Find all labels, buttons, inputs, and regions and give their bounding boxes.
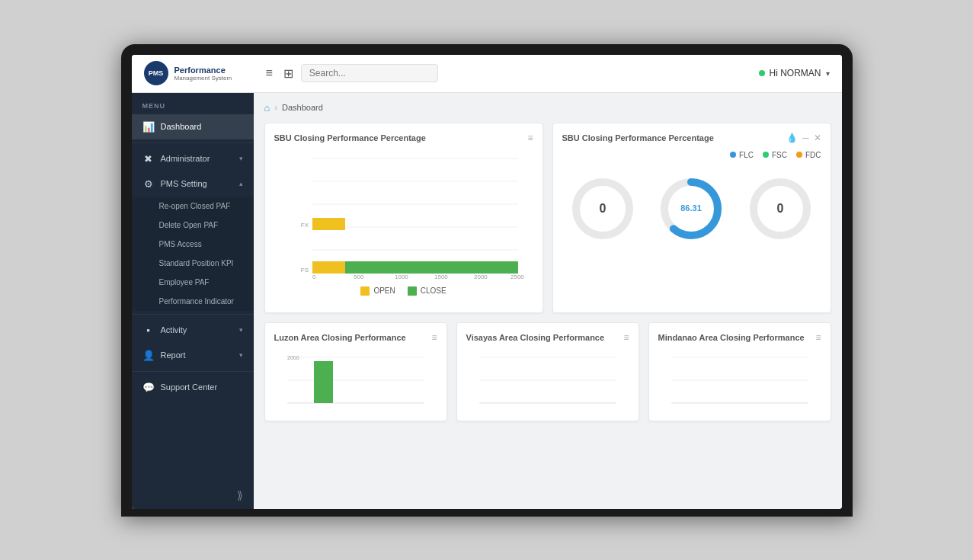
sidebar-item-report[interactable]: 👤 Report ▾ <box>132 343 254 368</box>
bar-chart-title: SBU Closing Performance Percentage <box>274 133 426 142</box>
visayas-svg <box>466 354 629 407</box>
sidebar-label-pms-setting: PMS Setting <box>161 179 233 188</box>
visayas-bar-chart <box>466 350 629 411</box>
screen: PMS Performance Management System ≡ ⊞ Hi… <box>132 55 842 509</box>
sidebar-item-pms-setting[interactable]: ⚙ PMS Setting ▴ <box>132 171 254 197</box>
bar-chart-legend: OPEN CLOSE <box>274 286 533 296</box>
divider-1 <box>132 142 254 143</box>
donuts-row: 0 86.31 <box>562 167 821 251</box>
visayas-chart-title: Visayas Area Closing Performance <box>466 333 605 342</box>
logo-text: Performance Management System <box>174 66 232 82</box>
logo-icon: PMS <box>144 61 168 85</box>
svg-text:1500: 1500 <box>434 274 448 280</box>
bar-fs-close <box>345 261 518 274</box>
sidebar-collapse-button[interactable]: ⟫ <box>132 482 254 509</box>
user-menu-chevron[interactable]: ▾ <box>826 69 830 78</box>
sidebar-menu-label: MENU <box>132 93 254 114</box>
divider-2 <box>132 314 254 315</box>
online-indicator <box>759 70 765 76</box>
luzon-bar-chart: 2000 <box>274 350 437 411</box>
svg-text:1000: 1000 <box>395 274 408 280</box>
bar-chart-menu-icon[interactable]: ≡ <box>527 133 533 143</box>
donut-fdc-svg: 0 <box>746 174 815 243</box>
visayas-menu-icon[interactable]: ≡ <box>623 332 629 343</box>
donut-legend-fsc: FSC <box>763 151 787 159</box>
donut-fdc: 0 <box>746 174 815 243</box>
donut-fsc: 86.31 <box>657 174 725 243</box>
grid-icon[interactable]: ⊞ <box>283 66 293 81</box>
mindanao-chart-header: Mindanao Area Closing Performance ≡ <box>658 332 821 343</box>
flc-label: FLC <box>739 151 754 159</box>
flc-dot <box>730 152 736 158</box>
fdc-label: FDC <box>805 151 821 159</box>
bar-chart-controls: ≡ <box>527 133 533 143</box>
svg-text:2500: 2500 <box>511 274 524 280</box>
search-bar[interactable] <box>301 64 438 82</box>
sidebar-label-report: Report <box>161 350 233 360</box>
hamburger-icon[interactable]: ≡ <box>266 66 273 80</box>
svg-text:FS: FS <box>300 267 308 274</box>
svg-text:2000: 2000 <box>287 355 299 360</box>
sidebar-item-administrator[interactable]: ✖ Administrator ▾ <box>132 146 254 171</box>
svg-text:0: 0 <box>599 202 606 215</box>
bar-fs-open <box>312 261 345 274</box>
legend-close: CLOSE <box>408 286 446 296</box>
user-greeting: Hi NORMAN <box>770 68 821 78</box>
luzon-svg: 2000 <box>274 354 437 407</box>
mindanao-bar-chart <box>658 350 821 411</box>
sidebar-label-activity: Activity <box>161 325 233 334</box>
donut-legend-fdc: FDC <box>796 151 821 159</box>
submenu-reopen-closed-paf[interactable]: Re-open Closed PAF <box>132 197 254 216</box>
donut-chart-header: SBU Closing Performance Percentage 💧 ─ ✕ <box>562 133 821 143</box>
luzon-menu-icon[interactable]: ≡ <box>431 332 437 343</box>
search-input[interactable] <box>309 68 430 78</box>
mindanao-menu-icon[interactable]: ≡ <box>815 332 821 343</box>
visayas-chart-card: Visayas Area Closing Performance ≡ <box>456 322 639 421</box>
home-icon[interactable]: ⌂ <box>264 102 270 114</box>
activity-arrow: ▾ <box>239 326 243 334</box>
sidebar-item-dashboard[interactable]: 📊 Dashboard <box>132 114 254 139</box>
sidebar-label-support-center: Support Center <box>161 382 243 392</box>
submenu-standard-position-kpi[interactable]: Standard Position KPI <box>132 254 254 273</box>
sidebar-label-dashboard: Dashboard <box>161 122 243 131</box>
breadcrumb-separator: › <box>274 103 277 112</box>
submenu-pms-access[interactable]: PMS Access <box>132 235 254 254</box>
submenu-delete-open-paf[interactable]: Delete Open PAF <box>132 216 254 235</box>
donut-chart-controls: 💧 ─ ✕ <box>786 133 821 143</box>
topnav: PMS Performance Management System ≡ ⊞ Hi… <box>132 55 842 93</box>
bar-chart-svg: FS FX 0 50 <box>274 151 533 280</box>
donut-legend-flc: FLC <box>730 151 754 159</box>
laptop-wrapper: PMS Performance Management System ≡ ⊞ Hi… <box>68 21 906 539</box>
sidebar-item-support-center[interactable]: 💬 Support Center <box>132 375 254 400</box>
luzon-chart-header: Luzon Area Closing Performance ≡ <box>274 332 437 343</box>
pms-submenu: Re-open Closed PAF Delete Open PAF PMS A… <box>132 197 254 311</box>
donut-legend: FLC FSC FDC <box>562 151 821 159</box>
sidebar-item-activity[interactable]: ▪ Activity ▾ <box>132 318 254 343</box>
donut-close-icon[interactable]: ✕ <box>814 133 821 143</box>
logo-title: Performance <box>174 66 232 75</box>
svg-text:500: 500 <box>354 274 364 280</box>
donut-chart-card: SBU Closing Performance Percentage 💧 ─ ✕ <box>552 123 831 313</box>
donut-minimize-icon[interactable]: ─ <box>802 133 809 143</box>
bar-chart-header: SBU Closing Performance Percentage ≡ <box>274 133 533 143</box>
pms-setting-icon: ⚙ <box>142 178 155 190</box>
administrator-icon: ✖ <box>142 153 155 165</box>
legend-open-label: OPEN <box>373 286 395 295</box>
activity-icon: ▪ <box>142 325 155 336</box>
collapse-icon: ⟫ <box>237 489 243 501</box>
legend-close-dot <box>408 286 417 296</box>
content-area: ⌂ › Dashboard SBU Closing Performance Pe… <box>254 93 842 509</box>
divider-3 <box>132 371 254 372</box>
pms-setting-arrow: ▴ <box>239 180 243 187</box>
charts-row-top: SBU Closing Performance Percentage ≡ <box>264 123 831 313</box>
donut-fsc-svg: 86.31 <box>657 174 725 243</box>
donut-droplet-icon[interactable]: 💧 <box>786 133 798 143</box>
topnav-right: Hi NORMAN ▾ <box>759 68 830 78</box>
report-arrow: ▾ <box>239 351 243 359</box>
report-icon: 👤 <box>142 350 155 361</box>
submenu-performance-indicator[interactable]: Performance Indicator <box>132 292 254 311</box>
submenu-employee-paf[interactable]: Employee PAF <box>132 273 254 292</box>
svg-text:FX: FX <box>300 222 309 229</box>
bar-fx-open <box>312 218 345 230</box>
fsc-dot <box>763 152 769 158</box>
